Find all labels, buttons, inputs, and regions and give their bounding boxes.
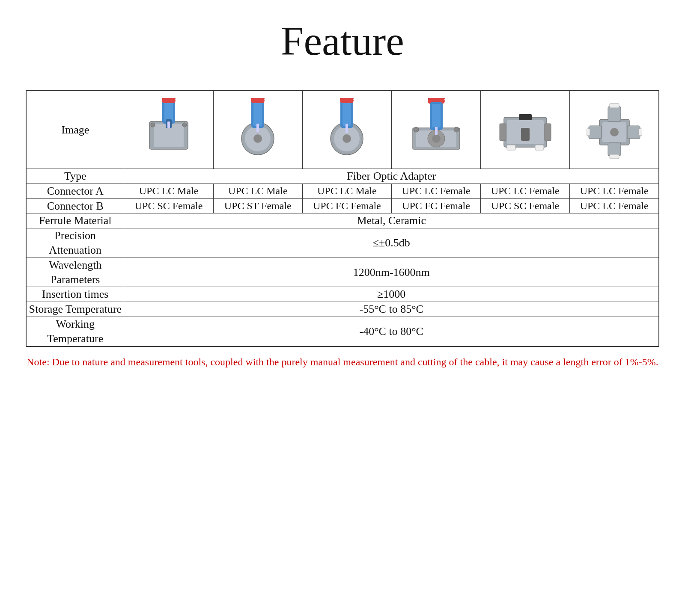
connector-img-3	[302, 91, 391, 169]
connector-b-row: Connector B UPC SC Female UPC ST Female …	[26, 198, 659, 213]
page-title: Feature	[281, 17, 404, 65]
svg-point-3	[182, 123, 187, 127]
svg-point-2	[151, 123, 155, 127]
precision-value: ≤±0.5db	[124, 228, 659, 258]
connector-b-val-3: UPC FC Female	[302, 198, 391, 213]
image-label: Image	[26, 91, 124, 169]
connector-b-val-1: UPC SC Female	[124, 198, 213, 213]
ferrule-row: Ferrule Material Metal, Ceramic	[26, 213, 659, 228]
storage-temp-value: -55°C to 85°C	[124, 302, 659, 317]
working-temp-value: -40°C to 80°C	[124, 317, 659, 346]
svg-rect-36	[432, 104, 441, 127]
storage-temp-label: Storage Temperature	[26, 302, 124, 317]
svg-rect-16	[251, 98, 265, 103]
wavelength-row: Wavelength Parameters 1200nm-1600nm	[26, 258, 659, 287]
svg-point-30	[454, 127, 459, 132]
svg-rect-14	[253, 100, 262, 126]
feature-table: Image	[26, 90, 659, 347]
insertion-row: Insertion times ≥1000	[26, 287, 659, 302]
connector-a-val-4: UPC LC Female	[391, 184, 480, 198]
ferrule-value: Metal, Ceramic	[124, 213, 659, 228]
svg-point-32	[432, 134, 441, 143]
working-temp-label: Working Temperature	[26, 317, 124, 346]
connector-img-5	[481, 91, 570, 169]
connector-b-val-2: UPC ST Female	[213, 198, 302, 213]
type-row: Type Fiber Optic Adapter	[26, 169, 659, 184]
connector-img-1	[124, 91, 213, 169]
svg-rect-8	[162, 98, 176, 103]
wavelength-label: Wavelength Parameters	[26, 258, 124, 287]
image-row: Image	[26, 91, 659, 169]
insertion-value: ≥1000	[124, 287, 659, 302]
ferrule-label: Ferrule Material	[26, 213, 124, 228]
svg-point-29	[414, 127, 419, 132]
svg-rect-9	[167, 121, 170, 128]
svg-rect-55	[639, 129, 642, 136]
svg-rect-23	[342, 100, 351, 126]
type-label: Type	[26, 169, 124, 184]
svg-rect-48	[608, 107, 621, 121]
type-value: Fiber Optic Adapter	[124, 169, 659, 184]
connector-img-6	[570, 91, 659, 169]
connector-img-4	[391, 91, 480, 169]
svg-point-56	[610, 128, 619, 136]
connector-a-val-5: UPC LC Female	[481, 184, 570, 198]
storage-temp-row: Storage Temperature -55°C to 85°C	[26, 302, 659, 317]
precision-row: Precision Attenuation ≤±0.5db	[26, 228, 659, 258]
svg-rect-53	[610, 154, 619, 159]
connector-img-2	[213, 91, 302, 169]
connector-a-val-2: UPC LC Male	[213, 184, 302, 198]
note-text: Note: Due to nature and measurement tool…	[27, 354, 658, 370]
svg-rect-51	[627, 126, 640, 139]
wavelength-value: 1200nm-1600nm	[124, 258, 659, 287]
connector-a-val-1: UPC LC Male	[124, 184, 213, 198]
svg-rect-5	[164, 100, 173, 121]
svg-point-21	[342, 134, 351, 143]
svg-rect-50	[589, 126, 602, 139]
connector-a-val-6: UPC LC Female	[570, 184, 659, 198]
svg-rect-40	[500, 124, 506, 141]
svg-rect-26	[345, 124, 348, 133]
insertion-label: Insertion times	[26, 287, 124, 302]
svg-rect-17	[256, 124, 259, 132]
svg-rect-49	[608, 143, 621, 156]
svg-rect-45	[535, 145, 544, 150]
svg-rect-42	[521, 128, 530, 141]
svg-rect-54	[587, 129, 590, 136]
svg-rect-25	[340, 98, 354, 103]
working-temp-row: Working Temperature -40°C to 80°C	[26, 317, 659, 346]
connector-b-val-6: UPC LC Female	[570, 198, 659, 213]
precision-label: Precision Attenuation	[26, 228, 124, 258]
connector-b-label: Connector B	[26, 198, 124, 213]
svg-rect-44	[507, 145, 515, 150]
connector-a-label: Connector A	[26, 184, 124, 198]
svg-rect-37	[435, 127, 438, 135]
page-container: Feature Image	[26, 17, 659, 370]
connector-b-val-5: UPC SC Female	[481, 198, 570, 213]
connector-b-val-4: UPC FC Female	[391, 198, 480, 213]
svg-rect-41	[545, 124, 551, 141]
connector-a-val-3: UPC LC Male	[302, 184, 391, 198]
svg-point-12	[253, 134, 262, 143]
svg-rect-43	[519, 114, 532, 120]
svg-rect-52	[610, 104, 619, 108]
connector-a-row: Connector A UPC LC Male UPC LC Male UPC …	[26, 184, 659, 198]
